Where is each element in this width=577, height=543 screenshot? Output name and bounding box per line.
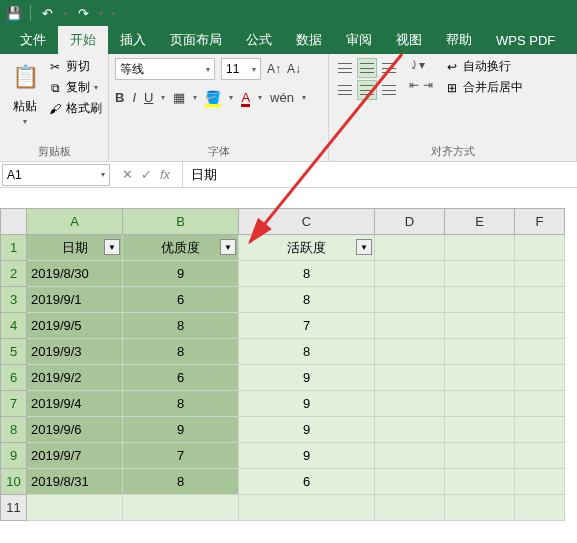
cell-D2[interactable] <box>375 261 445 287</box>
align-top-left[interactable] <box>335 58 355 78</box>
align-bottom-left[interactable] <box>335 80 355 100</box>
cell-E4[interactable] <box>445 313 515 339</box>
cell-A10[interactable]: 2019/8/31 <box>27 469 123 495</box>
cell-A1[interactable]: 日期▼ <box>27 235 123 261</box>
cell-A2[interactable]: 2019/8/30 <box>27 261 123 287</box>
italic-button[interactable]: I <box>132 90 136 105</box>
row-header-10[interactable]: 10 <box>1 469 27 495</box>
cell-F1[interactable] <box>515 235 565 261</box>
bold-button[interactable]: B <box>115 90 124 105</box>
cell-E5[interactable] <box>445 339 515 365</box>
cell-B1[interactable]: 优质度▼ <box>123 235 239 261</box>
cell-F2[interactable] <box>515 261 565 287</box>
cell-A6[interactable]: 2019/9/2 <box>27 365 123 391</box>
tab-data[interactable]: 数据 <box>284 26 334 54</box>
border-button[interactable]: ▦ <box>173 90 185 105</box>
row-header-4[interactable]: 4 <box>1 313 27 339</box>
col-header-B[interactable]: B <box>123 209 239 235</box>
cell-D8[interactable] <box>375 417 445 443</box>
cell-C6[interactable]: 9 <box>239 365 375 391</box>
cell-C8[interactable]: 9 <box>239 417 375 443</box>
row-header-8[interactable]: 8 <box>1 417 27 443</box>
cell-B8[interactable]: 9 <box>123 417 239 443</box>
cell-C2[interactable]: 8 <box>239 261 375 287</box>
cell-B10[interactable]: 8 <box>123 469 239 495</box>
cell-A8[interactable]: 2019/9/6 <box>27 417 123 443</box>
fx-icon[interactable]: fx <box>160 167 170 182</box>
filter-button[interactable]: ▼ <box>104 239 120 255</box>
cell-F10[interactable] <box>515 469 565 495</box>
row-header-6[interactable]: 6 <box>1 365 27 391</box>
col-header-A[interactable]: A <box>27 209 123 235</box>
cell-E8[interactable] <box>445 417 515 443</box>
merge-center-button[interactable]: ⊞合并后居中 <box>445 79 523 96</box>
font-name-select[interactable]: 等线▾ <box>115 58 215 80</box>
tab-home[interactable]: 开始 <box>58 26 108 54</box>
paste-button[interactable]: 📋 <box>6 58 44 96</box>
filter-button[interactable]: ▼ <box>220 239 236 255</box>
undo-dropdown-icon[interactable]: ▾ <box>63 9 67 18</box>
tab-wps-pdf[interactable]: WPS PDF <box>484 26 567 54</box>
row-header-11[interactable]: 11 <box>1 495 27 521</box>
cell-E2[interactable] <box>445 261 515 287</box>
format-painter-button[interactable]: 🖌格式刷 <box>48 100 102 117</box>
cell-B6[interactable]: 6 <box>123 365 239 391</box>
cell-E9[interactable] <box>445 443 515 469</box>
filter-button[interactable]: ▼ <box>356 239 372 255</box>
undo-icon[interactable]: ↶ <box>39 5 55 21</box>
cell-D4[interactable] <box>375 313 445 339</box>
cell-D3[interactable] <box>375 287 445 313</box>
cell-F5[interactable] <box>515 339 565 365</box>
decrease-font-icon[interactable]: A↓ <box>287 62 301 76</box>
font-color-button[interactable]: A <box>241 90 250 105</box>
cell-C4[interactable]: 7 <box>239 313 375 339</box>
cell-B9[interactable]: 7 <box>123 443 239 469</box>
align-bottom-center[interactable] <box>357 80 377 100</box>
tab-file[interactable]: 文件 <box>8 26 58 54</box>
cell-B7[interactable]: 8 <box>123 391 239 417</box>
cancel-formula-icon[interactable]: ✕ <box>122 167 133 182</box>
tab-review[interactable]: 审阅 <box>334 26 384 54</box>
row-header-2[interactable]: 2 <box>1 261 27 287</box>
cell-B2[interactable]: 9 <box>123 261 239 287</box>
underline-button[interactable]: U <box>144 90 153 105</box>
col-header-E[interactable]: E <box>445 209 515 235</box>
tab-formulas[interactable]: 公式 <box>234 26 284 54</box>
cell-A5[interactable]: 2019/9/3 <box>27 339 123 365</box>
cell-C9[interactable]: 9 <box>239 443 375 469</box>
cell-F7[interactable] <box>515 391 565 417</box>
cell-D9[interactable] <box>375 443 445 469</box>
cell-E6[interactable] <box>445 365 515 391</box>
orientation-button[interactable]: ⤸▾ <box>409 58 433 72</box>
cell-D6[interactable] <box>375 365 445 391</box>
cell-E3[interactable] <box>445 287 515 313</box>
cell-E10[interactable] <box>445 469 515 495</box>
increase-indent-button[interactable]: ⇥ <box>423 78 433 92</box>
increase-font-icon[interactable]: A↑ <box>267 62 281 76</box>
paste-dropdown-icon[interactable]: ▾ <box>23 117 27 126</box>
cell-C11[interactable] <box>239 495 375 521</box>
cell-E11[interactable] <box>445 495 515 521</box>
wrap-text-button[interactable]: ↩自动换行 <box>445 58 523 75</box>
copy-button[interactable]: ⧉复制▾ <box>48 79 102 96</box>
cell-B4[interactable]: 8 <box>123 313 239 339</box>
row-header-5[interactable]: 5 <box>1 339 27 365</box>
tab-view[interactable]: 视图 <box>384 26 434 54</box>
redo-icon[interactable]: ↷ <box>75 5 91 21</box>
col-header-F[interactable]: F <box>515 209 565 235</box>
cell-D11[interactable] <box>375 495 445 521</box>
cut-button[interactable]: ✂剪切 <box>48 58 102 75</box>
cell-E1[interactable] <box>445 235 515 261</box>
cell-D5[interactable] <box>375 339 445 365</box>
tab-help[interactable]: 帮助 <box>434 26 484 54</box>
cell-F3[interactable] <box>515 287 565 313</box>
redo-dropdown-icon[interactable]: ▾ <box>99 9 103 18</box>
col-header-C[interactable]: C <box>239 209 375 235</box>
cell-C10[interactable]: 6 <box>239 469 375 495</box>
spreadsheet-grid[interactable]: A B C D E F 1日期▼优质度▼活跃度▼22019/8/30983201… <box>0 208 577 521</box>
qat-customize-icon[interactable]: ▾ <box>111 9 115 18</box>
cell-F8[interactable] <box>515 417 565 443</box>
cell-D10[interactable] <box>375 469 445 495</box>
font-size-select[interactable]: 11▾ <box>221 58 261 80</box>
cell-C1[interactable]: 活跃度▼ <box>239 235 375 261</box>
